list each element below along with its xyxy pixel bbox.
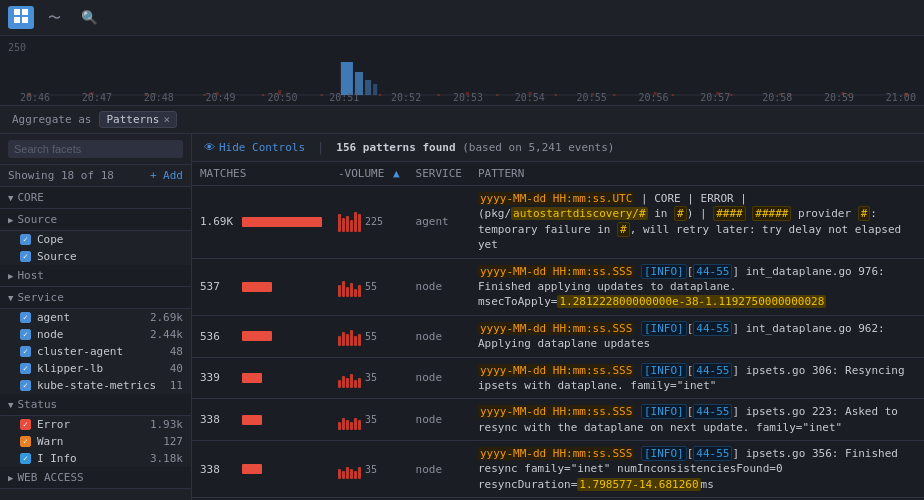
facet-checkbox-source[interactable]: ✓	[20, 251, 31, 262]
col-volume[interactable]: -VOLUME ▲	[330, 162, 408, 186]
section-source-label: Source	[17, 213, 57, 226]
table-row: 338	[192, 399, 924, 441]
facet-kube-state-metrics[interactable]: ✓ kube-state-metrics 11	[0, 377, 191, 394]
section-service[interactable]: ▼ Service	[0, 287, 191, 309]
service-cell: node	[408, 357, 470, 399]
search-topbar-icon[interactable]: 🔍	[75, 7, 104, 28]
chart-icon[interactable]: 〜	[42, 6, 67, 30]
section-status-label: Status	[17, 398, 57, 411]
matches-cell: 536	[192, 315, 330, 357]
facet-error-count: 1.93k	[150, 418, 183, 431]
facet-klipper-lb-label: klipper-lb	[37, 362, 103, 375]
separator: |	[317, 141, 324, 155]
section-core[interactable]: ▼ CORE	[0, 187, 191, 209]
pattern-cell: yyyy-MM-dd HH:mm:ss.SSS [INFO][44-55] ip…	[470, 441, 924, 498]
facet-kube-state-metrics-count: 11	[170, 379, 183, 392]
pattern-cell: yyyy-MM-dd HH:mm:ss.UTC | CORE | ERROR |…	[470, 186, 924, 259]
volume-cell: 225	[330, 186, 408, 259]
facet-checkbox-info[interactable]: ✓	[20, 453, 31, 464]
aggregate-tag-label: Patterns	[106, 113, 159, 126]
matches-cell: 338	[192, 441, 330, 498]
section-core-label: CORE	[17, 191, 44, 204]
pattern-cell: yyyy-MM-dd HH:mm:ss.SSS [INFO][44-55] ip…	[470, 357, 924, 399]
volume-cell: 35	[330, 357, 408, 399]
facet-warn-label: Warn	[37, 435, 64, 448]
matches-cell: 339	[192, 357, 330, 399]
topbar: 〜 🔍	[0, 0, 924, 36]
facet-info-count: 3.18k	[150, 452, 183, 465]
section-status[interactable]: ▼ Status	[0, 394, 191, 416]
table-row: 537	[192, 258, 924, 315]
facet-cope-label: Cope	[37, 233, 64, 246]
col-pattern: PATTERN	[470, 162, 924, 186]
table-row: 338	[192, 441, 924, 498]
service-cell: node	[408, 258, 470, 315]
facet-klipper-lb-count: 40	[170, 362, 183, 375]
aggregate-bar: Aggregate as Patterns ×	[0, 106, 924, 134]
aggregate-tag[interactable]: Patterns ×	[99, 111, 177, 128]
chevron-right-host-icon: ▶	[8, 271, 13, 281]
facet-agent[interactable]: ✓ agent 2.69k	[0, 309, 191, 326]
facet-checkbox-cluster-agent[interactable]: ✓	[20, 346, 31, 357]
facet-checkbox-kube-state-metrics[interactable]: ✓	[20, 380, 31, 391]
table-header-row: MATCHES -VOLUME ▲ SERVICE PATTERN	[192, 162, 924, 186]
facet-error[interactable]: ✓ Error 1.93k	[0, 416, 191, 433]
facet-klipper-lb[interactable]: ✓ klipper-lb 40	[0, 360, 191, 377]
pattern-cell: yyyy-MM-dd HH:mm:ss.SSS [INFO][44-55] in…	[470, 315, 924, 357]
chart-svg	[28, 52, 916, 97]
svg-rect-0	[14, 9, 20, 15]
main-layout: Showing 18 of 18 + Add ▼ CORE ▶ Source ✓…	[0, 134, 924, 500]
section-web-access[interactable]: ▶ WEB ACCESS	[0, 467, 191, 489]
section-host[interactable]: ▶ Host	[0, 265, 191, 287]
service-cell: node	[408, 441, 470, 498]
eye-icon: 👁	[204, 141, 215, 154]
aggregate-close-icon[interactable]: ×	[163, 113, 170, 126]
volume-cell: 35	[330, 399, 408, 441]
facet-checkbox-klipper-lb[interactable]: ✓	[20, 363, 31, 374]
facet-info[interactable]: ✓ I Info 3.18k	[0, 450, 191, 467]
facet-node-label: node	[37, 328, 64, 341]
grid-icon[interactable]	[8, 6, 34, 29]
matches-cell: 1.69K	[192, 186, 330, 259]
col-matches[interactable]: MATCHES	[192, 162, 330, 186]
facet-checkbox-error[interactable]: ✓	[20, 419, 31, 430]
match-bar	[242, 217, 322, 227]
volume-cell: 55	[330, 258, 408, 315]
section-source[interactable]: ▶ Source	[0, 209, 191, 231]
facet-checkbox-cope[interactable]: ✓	[20, 234, 31, 245]
service-cell: node	[408, 399, 470, 441]
facet-agent-label: agent	[37, 311, 70, 324]
facet-checkbox-node[interactable]: ✓	[20, 329, 31, 340]
chart-xaxis: 20:4620:4720:4820:4920:50 20:5120:5220:5…	[20, 92, 916, 103]
col-service: SERVICE	[408, 162, 470, 186]
chevron-right-web-icon: ▶	[8, 473, 13, 483]
matches-cell: 338	[192, 399, 330, 441]
patterns-basis: (based on 5,241 events)	[462, 141, 614, 154]
facet-node[interactable]: ✓ node 2.44k	[0, 326, 191, 343]
pattern-cell: yyyy-MM-dd HH:mm:ss.SSS [INFO][44-55] in…	[470, 258, 924, 315]
match-bar	[242, 415, 262, 425]
facet-cluster-agent-count: 48	[170, 345, 183, 358]
match-bar	[242, 331, 272, 341]
add-facet-button[interactable]: + Add	[150, 169, 183, 182]
facet-source-label: Source	[37, 250, 77, 263]
facet-checkbox-warn[interactable]: ✓	[20, 436, 31, 447]
patterns-count: 156 patterns found	[336, 141, 455, 154]
aggregate-label: Aggregate as	[12, 113, 91, 126]
showing-row: Showing 18 of 18 + Add	[0, 165, 191, 187]
facet-warn[interactable]: ✓ Warn 127	[0, 433, 191, 450]
facet-cope[interactable]: ✓ Cope	[0, 231, 191, 248]
facet-source[interactable]: ✓ Source	[0, 248, 191, 265]
chevron-down-service-icon: ▼	[8, 293, 13, 303]
svg-rect-2	[14, 17, 20, 23]
table-row: 536	[192, 315, 924, 357]
facet-search-input[interactable]	[8, 140, 183, 158]
svg-rect-3	[22, 17, 28, 23]
matches-cell: 537	[192, 258, 330, 315]
hide-controls-button[interactable]: 👁 Hide Controls	[204, 141, 305, 154]
chart-y-max: 250	[8, 42, 26, 53]
facet-info-label: I Info	[37, 452, 77, 465]
facet-cluster-agent[interactable]: ✓ cluster-agent 48	[0, 343, 191, 360]
svg-rect-10	[341, 62, 353, 95]
facet-checkbox-agent[interactable]: ✓	[20, 312, 31, 323]
